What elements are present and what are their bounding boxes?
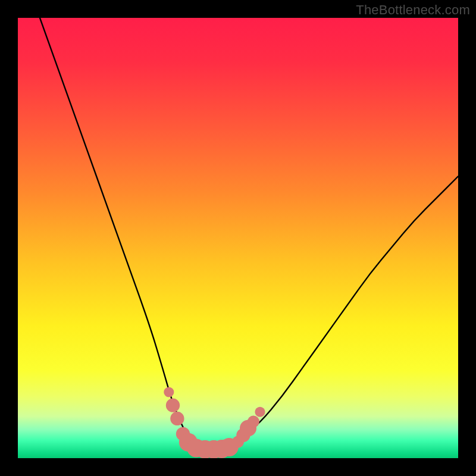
- marker-point: [255, 407, 265, 417]
- marker-point: [166, 399, 180, 412]
- marker-point: [164, 387, 174, 397]
- watermark-text: TheBottleneck.com: [356, 2, 470, 18]
- gradient-background: [18, 18, 458, 458]
- chart-frame: TheBottleneck.com: [0, 0, 476, 476]
- plot-area: [18, 18, 458, 458]
- marker-point: [170, 412, 184, 425]
- bottleneck-chart: [18, 18, 458, 458]
- marker-point: [248, 415, 259, 427]
